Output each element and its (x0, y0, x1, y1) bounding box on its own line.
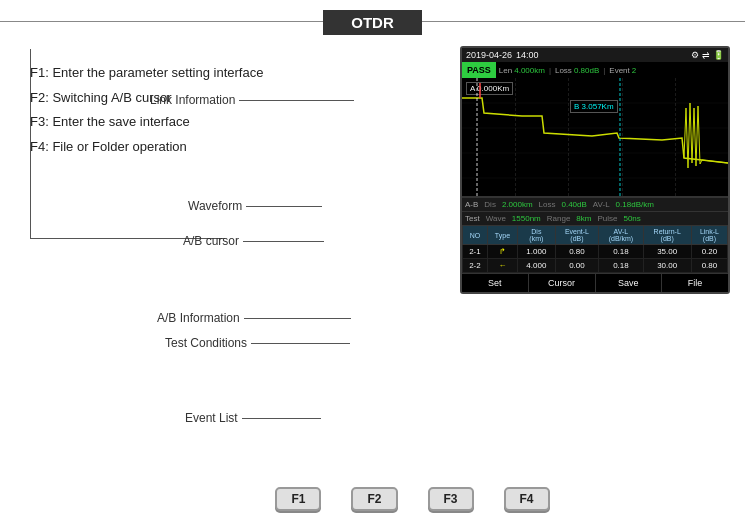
event-label-top: Event (609, 66, 629, 75)
cell-type-2: ← (487, 259, 517, 273)
cell-avl-2: 0.18 (599, 259, 643, 273)
cursor-button[interactable]: Cursor (529, 274, 596, 292)
ab-info-line (244, 318, 351, 319)
wave-label: Wave (486, 214, 506, 223)
event-list-line (242, 418, 321, 419)
event-list-annotation: Event List (185, 411, 321, 425)
battery-icon: 🔋 (713, 50, 724, 60)
loss-val: 0.40dB (562, 200, 587, 209)
test-label: Test (465, 214, 480, 223)
ab-cursor-annotation: A/B cursor (183, 234, 324, 248)
range-val: 8km (576, 214, 591, 223)
waveform-annotation: Waveform (188, 199, 322, 213)
cell-el-1: 0.80 (555, 245, 599, 259)
waveform-svg (462, 78, 728, 196)
loss-label: Loss (539, 200, 556, 209)
col-no: NO (463, 226, 488, 245)
ab-cursor-label: A/B cursor (183, 234, 239, 248)
cell-no-2: 2-2 (463, 259, 488, 273)
button-bar: Set Cursor Save File (462, 273, 728, 292)
waveform-line (246, 206, 322, 207)
ab-label: A-B (465, 200, 478, 209)
ab-info-row2: Test Wave 1550nm Range 8km Pulse 50ns (462, 211, 728, 225)
col-type: Type (487, 226, 517, 245)
dis-label: Dis (484, 200, 496, 209)
test-cond-line (251, 343, 350, 344)
col-return-l: Return-L(dB) (643, 226, 691, 245)
pass-info-row: PASS Len 4.000km | Loss 0.80dB | Event 2 (462, 62, 728, 78)
col-event-l: Event-L(dB) (555, 226, 599, 245)
pass-details: Len 4.000km | Loss 0.80dB | Event 2 (496, 62, 728, 78)
test-cond-label: Test Conditions (165, 336, 247, 350)
status-time: 14:00 (516, 50, 539, 60)
cell-el-2: 0.00 (555, 259, 599, 273)
device-screen: 2019-04-26 14:00 ⚙ ⇌ 🔋 PASS Len 4.000km … (460, 46, 730, 294)
pulse-label: Pulse (597, 214, 617, 223)
save-button[interactable]: Save (596, 274, 663, 292)
pass-label: PASS (462, 62, 496, 78)
event-list-label: Event List (185, 411, 238, 425)
waveform-display: A 0.000Km B 3.057Km (462, 78, 728, 196)
event-val-top: 2 (632, 66, 636, 75)
cell-avl-1: 0.18 (599, 245, 643, 259)
settings-icon: ⚙ (691, 50, 699, 60)
set-button[interactable]: Set (462, 274, 529, 292)
cell-rl-2: 30.00 (643, 259, 691, 273)
len-label: Len (499, 66, 512, 75)
waveform-label: Waveform (188, 199, 242, 213)
link-info-line (239, 100, 354, 101)
status-bar: 2019-04-26 14:00 ⚙ ⇌ 🔋 (462, 48, 728, 62)
link-info-annotation: Link Information (150, 93, 354, 107)
ab-info-label: A/B Information (157, 311, 240, 325)
main-content: F1: Enter the parameter setting interfac… (0, 41, 745, 294)
status-left: 2019-04-26 14:00 (466, 50, 539, 60)
ab-cursor-line (243, 241, 324, 242)
col-av-l: AV-L(dB/km) (599, 226, 643, 245)
cell-dis-2: 4.000 (518, 259, 556, 273)
table-row: 2-2 ← 4.000 0.00 0.18 30.00 0.80 (463, 259, 728, 273)
status-date: 2019-04-26 (466, 50, 512, 60)
table-row: 2-1 ↱ 1.000 0.80 0.18 35.00 0.20 (463, 245, 728, 259)
range-label: Range (547, 214, 571, 223)
fkey-f3[interactable]: F3 (428, 487, 474, 511)
fkey-f4[interactable]: F4 (504, 487, 550, 511)
ab-info-annotation: A/B Information (157, 311, 351, 325)
avl-label: AV-L (593, 200, 610, 209)
fkey-f2[interactable]: F2 (351, 487, 397, 511)
event-table: NO Type Dis(km) Event-L(dB) AV-L(dB/km) … (462, 225, 728, 273)
cell-ll-1: 0.20 (691, 245, 727, 259)
len-val: 4.000km (514, 66, 545, 75)
page-title: OTDR (323, 10, 422, 35)
cell-no-1: 2-1 (463, 245, 488, 259)
status-right: ⚙ ⇌ 🔋 (691, 50, 724, 60)
col-link-l: Link-L(dB) (691, 226, 727, 245)
left-panel: F1: Enter the parameter setting interfac… (0, 41, 460, 294)
avl-val: 0.18dB/km (616, 200, 654, 209)
cell-dis-1: 1.000 (518, 245, 556, 259)
page-header: OTDR (0, 0, 745, 41)
cell-ll-2: 0.80 (691, 259, 727, 273)
col-dis: Dis(km) (518, 226, 556, 245)
ab-info-row1: A-B Dis 2.000km Loss 0.40dB AV-L 0.18dB/… (462, 197, 728, 211)
usb-icon: ⇌ (702, 50, 710, 60)
link-info-label: Link Information (150, 93, 235, 107)
fkey-row: F1 F2 F3 F4 (0, 487, 745, 511)
file-button[interactable]: File (662, 274, 728, 292)
ab-info-section: A-B Dis 2.000km Loss 0.40dB AV-L 0.18dB/… (462, 196, 728, 225)
cell-type-1: ↱ (487, 245, 517, 259)
cell-rl-1: 35.00 (643, 245, 691, 259)
dis-val: 2.000km (502, 200, 533, 209)
test-cond-annotation: Test Conditions (165, 336, 350, 350)
pulse-val: 50ns (623, 214, 640, 223)
loss-label-top: Loss (555, 66, 572, 75)
loss-val-top: 0.80dB (574, 66, 599, 75)
fkey-f1[interactable]: F1 (275, 487, 321, 511)
wave-val: 1550nm (512, 214, 541, 223)
